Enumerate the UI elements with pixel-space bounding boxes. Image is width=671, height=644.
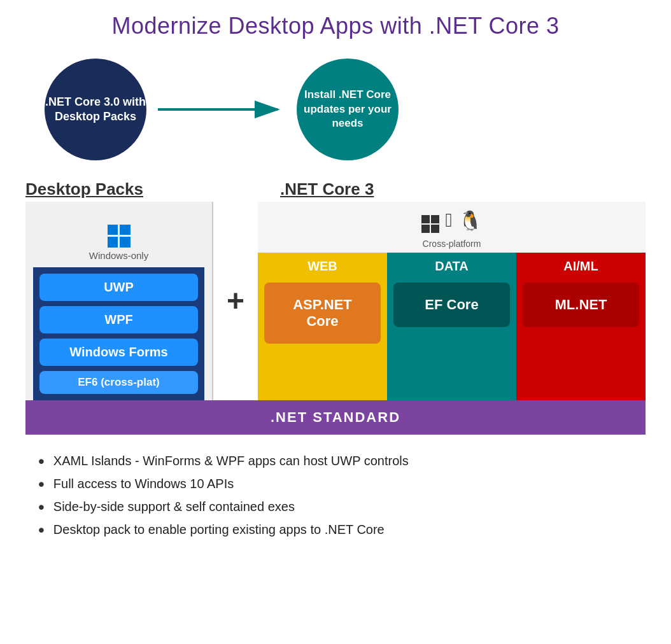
bullet-text-4: Desktop pack to enable porting existing … — [53, 522, 385, 537]
ef6-button: EF6 (cross-plat) — [39, 371, 198, 394]
ai-header: AI/ML — [563, 253, 598, 279]
bullet-4: • Desktop pack to enable porting existin… — [38, 522, 646, 539]
aspnet-box: ASP.NET Core — [264, 283, 381, 344]
bullet-1: • XAML Islands - WinForms & WPF apps can… — [38, 454, 646, 470]
arrow-right — [158, 100, 285, 119]
main-labels: Desktop Packs .NET Core 3 — [25, 179, 646, 199]
page-title: Modernize Desktop Apps with .NET Core 3 — [25, 13, 646, 39]
main-diagram: Windows-only UWP WPF Windows Forms EF6 (… — [25, 202, 646, 400]
desktop-packs-label: Desktop Packs — [25, 179, 223, 199]
desktop-buttons: UWP WPF Windows Forms EF6 (cross-plat) — [33, 267, 204, 400]
bullet-3: • Side-by-side support & self contained … — [38, 500, 646, 516]
bullet-text-2: Full access to Windows 10 APIs — [53, 477, 234, 491]
plus-sign: + — [213, 202, 258, 400]
data-column: DATA EF Core — [387, 253, 516, 400]
wpf-button: WPF — [39, 306, 198, 333]
bullet-dot-1: • — [38, 452, 45, 470]
bullet-2: • Full access to Windows 10 APIs — [38, 477, 646, 493]
bullets-section: • XAML Islands - WinForms & WPF apps can… — [25, 454, 646, 539]
circle-install: Install .NET Core updates per your needs — [297, 59, 399, 160]
cross-platform-text: Cross-platform — [423, 239, 481, 249]
windows-icon — [108, 212, 131, 248]
bullet-text-3: Side-by-side support & self contained ex… — [53, 500, 295, 514]
web-column: WEB ASP.NET Core — [258, 253, 387, 400]
efcore-box: EF Core — [393, 283, 510, 327]
netcore-columns: WEB ASP.NET Core DATA EF Core AI/ML ML.N… — [258, 253, 646, 400]
netcore-panel:  🐧 Cross-platform WEB ASP.NET Core DATA… — [258, 202, 646, 400]
bullet-dot-2: • — [38, 475, 45, 493]
netcore-label: .NET Core 3 — [267, 179, 646, 199]
bullet-text-1: XAML Islands - WinForms & WPF apps can h… — [53, 454, 409, 468]
desktop-panel: Windows-only UWP WPF Windows Forms EF6 (… — [25, 202, 213, 400]
windows-only-text: Windows-only — [89, 250, 148, 261]
netcore-top:  🐧 Cross-platform — [258, 202, 646, 253]
mlnet-box: ML.NET — [523, 283, 639, 327]
linux-icon: 🐧 — [458, 209, 482, 236]
winforms-button: Windows Forms — [39, 339, 198, 366]
circle-net-core: .NET Core 3.0 with Desktop Packs — [45, 59, 146, 160]
bullet-dot-3: • — [38, 498, 45, 516]
net-standard-bar: .NET STANDARD — [25, 400, 646, 435]
bullet-dot-4: • — [38, 521, 45, 539]
windows-platform-icon — [421, 209, 439, 236]
data-header: DATA — [435, 253, 469, 279]
ai-column: AI/ML ML.NET — [516, 253, 646, 400]
web-header: WEB — [307, 253, 337, 279]
platform-icons:  🐧 — [421, 209, 483, 236]
uwp-button: UWP — [39, 274, 198, 301]
apple-icon:  — [446, 209, 453, 236]
diagram-row: .NET Core 3.0 with Desktop Packs Install… — [25, 59, 646, 160]
